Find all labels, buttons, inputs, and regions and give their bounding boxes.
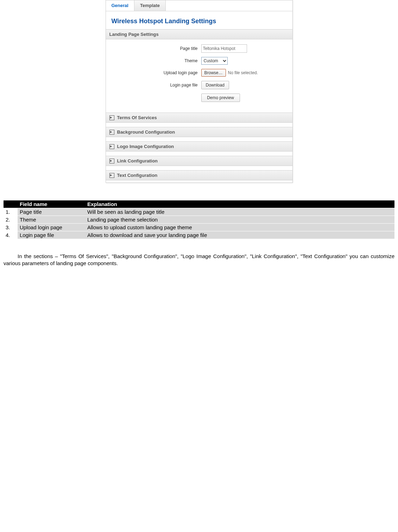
label-page-title: Page title	[112, 46, 201, 51]
section-background-configuration[interactable]: Background Configuration	[106, 127, 292, 137]
cell-num: 2.	[4, 216, 18, 224]
cell-num: 4.	[4, 231, 18, 239]
table-row: 1. Page title Will be seen as landing pa…	[4, 208, 394, 216]
browse-button[interactable]: Browse…	[201, 69, 226, 77]
tabs-row: General Template	[106, 0, 292, 11]
section-label: Landing Page Settings	[109, 32, 159, 37]
expand-icon	[109, 115, 114, 120]
section-logo-image-configuration[interactable]: Logo Image Configuration	[106, 141, 292, 152]
label-login-page-file: Login page file	[112, 83, 201, 88]
section-terms-of-services[interactable]: Terms Of Services	[106, 113, 292, 123]
th-field-name: Field name	[18, 200, 85, 208]
cell-name: Upload login page	[18, 224, 85, 231]
table-row: 2. Theme Landing page theme selection	[4, 216, 394, 224]
label-upload-login-page: Upload login page	[112, 70, 201, 75]
table-row: 4. Login page file Allows to download an…	[4, 231, 394, 239]
tab-general[interactable]: General	[106, 0, 134, 11]
section-label: Text Configuration	[117, 173, 158, 178]
section-label: Link Configuration	[117, 158, 158, 164]
settings-panel: General Template Wireless Hotspot Landin…	[106, 0, 293, 183]
table-row: 3. Upload login page Allows to upload cu…	[4, 224, 394, 231]
th-explanation: Explanation	[85, 200, 394, 208]
section-label: Background Configuration	[117, 129, 175, 135]
expand-icon	[109, 159, 114, 164]
expand-icon	[109, 144, 114, 149]
expand-icon	[109, 173, 114, 178]
section-link-configuration[interactable]: Link Configuration	[106, 156, 292, 166]
cell-expl: Allows to upload custom landing page the…	[85, 224, 394, 231]
th-num	[4, 200, 18, 208]
cell-name: Page title	[18, 208, 85, 216]
expand-icon	[109, 130, 114, 135]
theme-select[interactable]: Custom	[201, 57, 228, 65]
cell-num: 3.	[4, 224, 18, 231]
section-label: Terms Of Services	[117, 115, 157, 120]
cell-expl: Will be seen as landing page title	[85, 208, 394, 216]
cell-expl: Landing page theme selection	[85, 216, 394, 224]
form-area: Page title Theme Custom Upload login pag…	[106, 39, 292, 113]
download-button[interactable]: Download	[201, 81, 229, 89]
field-explanation-table: Field name Explanation 1. Page title Wil…	[4, 200, 394, 239]
tab-template[interactable]: Template	[134, 0, 166, 11]
body-paragraph: In the sections – "Terms Of Services", "…	[4, 253, 394, 267]
page-title-input[interactable]	[201, 44, 247, 53]
cell-expl: Allows to download and save your landing…	[85, 231, 394, 239]
page-heading: Wireless Hotspot Landing Settings	[106, 11, 292, 29]
section-landing-page-settings: Landing Page Settings	[106, 29, 292, 39]
cell-num: 1.	[4, 208, 18, 216]
demo-preview-button[interactable]: Demo preview	[201, 94, 240, 102]
cell-name: Theme	[18, 216, 85, 224]
cell-name: Login page file	[18, 231, 85, 239]
no-file-text: No file selected.	[228, 70, 258, 75]
section-label: Logo Image Configuration	[117, 144, 174, 149]
label-theme: Theme	[112, 58, 201, 63]
section-text-configuration[interactable]: Text Configuration	[106, 170, 292, 180]
